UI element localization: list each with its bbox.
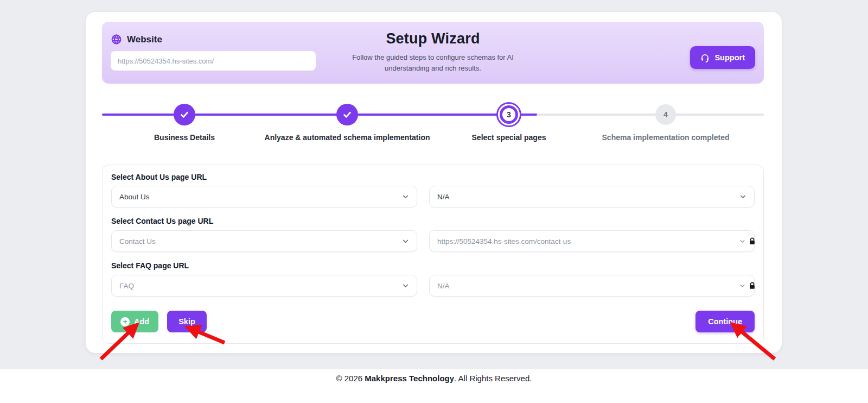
chevron-down-icon [401,237,410,245]
chevron-down-icon [739,238,746,245]
footer: © 2026 Makkpress Technology. All Rights … [0,369,868,403]
chevron-down-icon [401,193,410,201]
page-subtitle: Follow the guided steps to configure sch… [342,52,524,73]
about-us-url-select[interactable]: N/A [429,186,755,207]
website-label: Website [127,34,162,45]
globe-icon [111,34,122,45]
lock-icon [748,281,756,290]
setup-stepper: Business Details Anlyaze & automated sch… [102,92,764,157]
plus-circle-icon: + [120,317,130,326]
skip-button-label: Skip [178,317,195,326]
headset-icon [700,53,710,62]
step-4-label: Schema implementation completed [602,133,730,142]
website-block: Website [111,34,316,71]
add-button[interactable]: + Add [111,311,158,332]
lock-icon [748,237,756,245]
website-url-input[interactable] [111,51,316,71]
about-us-field-label: Select About Us page URL [111,173,755,181]
step-3-number: 3 [500,105,518,124]
skip-button[interactable]: Skip [167,311,207,332]
special-pages-panel: Select About Us page URL About Us N/A Se… [102,165,764,344]
support-button[interactable]: Support [690,46,755,69]
support-label: Support [714,53,745,62]
page-title: Setup Wizard [319,30,547,47]
contact-us-page-value: Contact Us [119,237,156,245]
faq-page-value: FAQ [119,282,134,290]
continue-button[interactable]: Continue [695,311,755,332]
stepper-progress [102,114,537,116]
setup-wizard-card: Website Setup Wizard Follow the guided s… [86,12,782,353]
contact-us-page-select[interactable]: Contact Us [111,230,417,252]
header-band: Website Setup Wizard Follow the guided s… [102,22,764,84]
copyright-text: © 2026 Makkpress Technology. All Rights … [336,374,532,403]
faq-field-label: Select FAQ page URL [111,261,755,270]
check-icon [179,109,190,120]
wizard-heading: Setup Wizard Follow the guided steps to … [319,30,547,73]
contact-us-url-select: https://50524354.hs-sites.com/contact-us [429,230,755,252]
faq-url-value: N/A [437,282,450,290]
faq-url-select: N/A [429,275,755,297]
footer-brand: Makkpress Technology [365,374,454,383]
continue-button-label: Continue [708,317,742,326]
step-2-dot [336,104,358,125]
step-3-label: Select special pages [472,133,546,142]
step-1-dot [174,104,195,125]
chevron-down-icon [401,282,410,290]
about-us-page-select[interactable]: About Us [111,186,417,207]
step-3-dot: 3 [496,102,521,127]
add-button-label: Add [134,317,149,326]
step-1-label: Business Details [154,133,215,142]
faq-page-select[interactable]: FAQ [111,275,417,297]
step-4-dot: 4 [655,104,676,125]
check-icon [342,109,353,120]
about-us-url-value: N/A [437,193,450,201]
contact-us-field-label: Select Contact Us page URL [111,217,755,225]
about-us-page-value: About Us [119,193,150,201]
chevron-down-icon [739,282,746,289]
chevron-down-icon [739,193,747,201]
contact-us-url-value: https://50524354.hs-sites.com/contact-us [437,237,571,245]
step-2-label: Anlyaze & automated schema implementatio… [265,133,430,142]
